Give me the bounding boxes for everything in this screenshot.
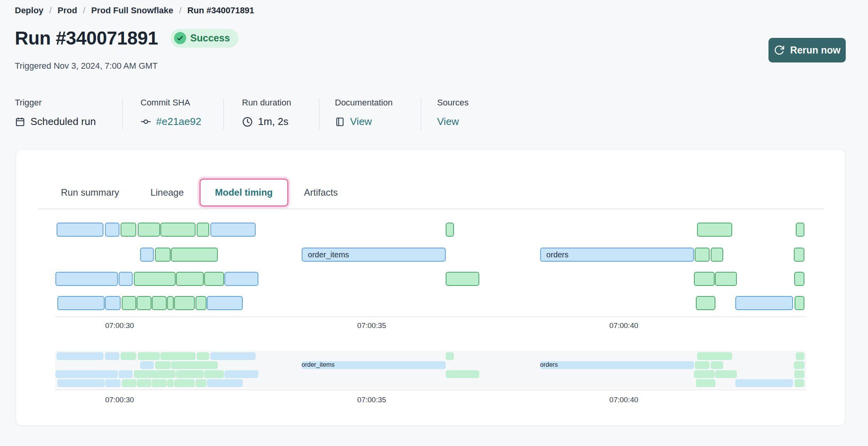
gantt-bar xyxy=(735,379,793,387)
minimap-axis-line xyxy=(55,389,806,390)
gantt-bar[interactable] xyxy=(137,296,151,310)
gantt-bar xyxy=(204,370,224,378)
gantt-bar[interactable] xyxy=(735,296,793,310)
documentation-view-link[interactable]: View xyxy=(350,116,372,128)
gantt-bar[interactable] xyxy=(167,296,174,310)
axis-tick-label: 07:00:30 xyxy=(105,321,134,330)
gantt-bar[interactable] xyxy=(119,272,133,286)
gantt-bar-orders[interactable]: orders xyxy=(540,248,694,262)
meta-trigger-label: Trigger xyxy=(15,98,96,108)
gantt-bar[interactable] xyxy=(210,223,256,237)
gantt-bar[interactable] xyxy=(794,248,804,262)
gantt-bar[interactable] xyxy=(176,272,204,286)
gantt-bar-orders: orders xyxy=(540,361,694,369)
gantt-bar[interactable] xyxy=(55,272,118,286)
gantt-bar[interactable] xyxy=(796,223,804,237)
gantt-bar[interactable] xyxy=(122,296,136,310)
run-detail-card: Run summary Lineage Model timing Artifac… xyxy=(16,149,845,426)
gantt-bar[interactable] xyxy=(196,296,206,310)
gantt-bar xyxy=(176,370,204,378)
gantt-bar-order_items[interactable]: order_items xyxy=(302,248,446,262)
gantt-bar xyxy=(696,379,715,387)
meta-duration-value: 1m, 2s xyxy=(258,116,288,128)
gantt-bar[interactable] xyxy=(695,248,709,262)
gantt-bar[interactable] xyxy=(134,272,176,286)
meta-run-duration: Run duration 1m, 2s xyxy=(242,98,291,128)
model-timing-chart: order_itemsorders xyxy=(55,150,806,318)
gantt-bar xyxy=(694,370,715,378)
gantt-bar[interactable] xyxy=(795,296,804,310)
time-axis-line xyxy=(55,316,806,317)
gantt-bar[interactable] xyxy=(152,296,166,310)
gantt-bar xyxy=(196,379,206,387)
gantt-bar[interactable] xyxy=(138,223,160,237)
gantt-bar xyxy=(224,370,258,378)
gantt-bar[interactable] xyxy=(57,223,103,237)
gantt-bar[interactable] xyxy=(140,248,154,262)
gantt-bar xyxy=(140,361,154,369)
page-title: Run #340071891 xyxy=(15,27,158,49)
gantt-bar[interactable] xyxy=(694,272,715,286)
tab-lineage[interactable]: Lineage xyxy=(135,178,199,207)
axis-tick-label: 07:00:35 xyxy=(357,321,386,330)
gantt-row xyxy=(55,272,806,286)
tab-run-summary[interactable]: Run summary xyxy=(45,178,135,207)
gantt-bar xyxy=(122,379,136,387)
gantt-row xyxy=(55,223,806,237)
meta-divider xyxy=(421,98,422,130)
axis-tick-label: 07:00:35 xyxy=(357,396,386,404)
gantt-bar xyxy=(197,352,209,360)
gantt-bar[interactable] xyxy=(105,296,121,310)
gantt-bar xyxy=(210,352,256,360)
rerun-now-button[interactable]: Rerun now xyxy=(768,38,846,62)
clock-icon xyxy=(242,116,253,127)
axis-tick-label: 07:00:40 xyxy=(609,396,638,404)
gantt-bar xyxy=(695,361,709,369)
triggered-timestamp: Triggered Nov 3, 2024, 7:00 AM GMT xyxy=(15,61,158,71)
gantt-bar xyxy=(171,361,218,369)
gantt-row xyxy=(55,379,806,387)
gantt-bar[interactable] xyxy=(446,223,454,237)
gantt-bar[interactable] xyxy=(105,223,119,237)
gantt-row: order_itemsorders xyxy=(55,361,806,369)
gantt-bar xyxy=(167,379,174,387)
run-meta-row: Trigger Scheduled run Commit SHA #e21ae9… xyxy=(0,98,868,131)
gantt-bar xyxy=(57,379,104,387)
gantt-bar[interactable] xyxy=(711,248,723,262)
breadcrumb-prod[interactable]: Prod xyxy=(57,5,77,16)
gantt-bar-order_items: order_items xyxy=(302,361,446,369)
gantt-bar[interactable] xyxy=(160,223,196,237)
sources-view-link[interactable]: View xyxy=(437,116,459,128)
gantt-bar[interactable] xyxy=(197,223,209,237)
breadcrumb-run: Run #340071891 xyxy=(187,5,254,16)
meta-duration-label: Run duration xyxy=(242,98,291,108)
commit-sha-link[interactable]: #e21ae92 xyxy=(156,116,201,128)
gantt-bar xyxy=(121,352,136,360)
gantt-bar xyxy=(138,352,160,360)
gantt-bar[interactable] xyxy=(715,272,737,286)
breadcrumb-job[interactable]: Prod Full Snowflake xyxy=(91,5,173,16)
gantt-bar[interactable] xyxy=(204,272,224,286)
tab-model-timing[interactable]: Model timing xyxy=(199,178,288,207)
gantt-bar[interactable] xyxy=(794,272,804,286)
gantt-bar[interactable] xyxy=(121,223,136,237)
tab-artifacts[interactable]: Artifacts xyxy=(288,178,354,207)
run-tabs: Run summary Lineage Model timing Artifac… xyxy=(45,178,353,207)
gantt-bar[interactable] xyxy=(697,223,732,237)
gantt-bar[interactable] xyxy=(446,272,479,286)
gantt-bar[interactable] xyxy=(224,272,258,286)
timeline-minimap[interactable]: order_itemsorders xyxy=(55,351,806,388)
breadcrumb-deploy[interactable]: Deploy xyxy=(15,5,43,16)
meta-commit-sha: Commit SHA #e21ae92 xyxy=(141,98,201,128)
status-badge-label: Success xyxy=(190,32,230,44)
meta-sources-label: Sources xyxy=(437,98,469,108)
run-detail-page: Deploy / Prod / Prod Full Snowflake / Ru… xyxy=(0,0,868,446)
gantt-bar[interactable] xyxy=(174,296,195,310)
gantt-bar[interactable] xyxy=(207,296,243,310)
gantt-bar[interactable] xyxy=(171,248,218,262)
gantt-bar[interactable] xyxy=(696,296,715,310)
gantt-bar[interactable] xyxy=(57,296,104,310)
gantt-bar[interactable] xyxy=(155,248,171,262)
meta-trigger-value: Scheduled run xyxy=(30,116,96,128)
document-icon xyxy=(335,116,345,127)
